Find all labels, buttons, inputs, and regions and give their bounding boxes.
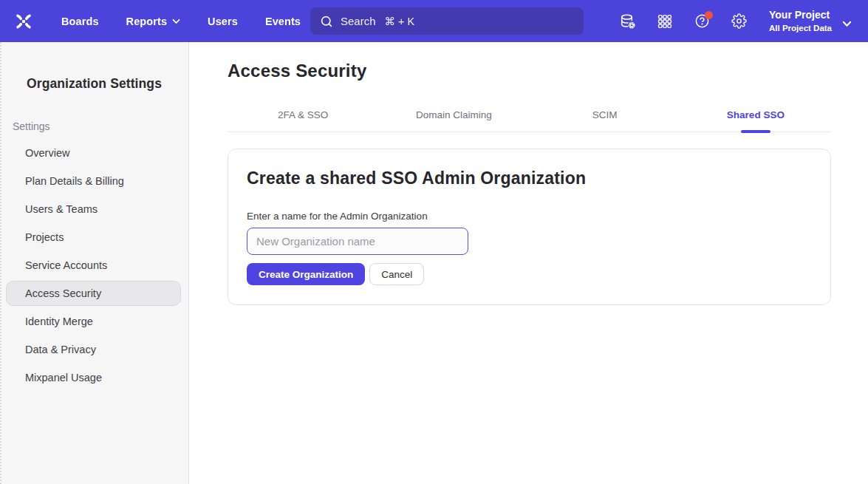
- project-selector[interactable]: Your Project All Project Data: [769, 9, 852, 33]
- search-placeholder: Search: [341, 15, 376, 27]
- card-title: Create a shared SSO Admin Organization: [247, 168, 812, 188]
- sidebar-title: Organization Settings: [0, 42, 188, 92]
- tab-scim[interactable]: SCIM: [530, 103, 680, 132]
- sidebar-item-users-teams[interactable]: Users & Teams: [0, 195, 188, 223]
- gear-icon[interactable]: [731, 13, 747, 30]
- sidebar-item-projects[interactable]: Projects: [0, 223, 188, 251]
- cancel-button[interactable]: Cancel: [369, 263, 424, 285]
- data-management-icon[interactable]: [620, 13, 636, 30]
- tab-domain-claiming[interactable]: Domain Claiming: [378, 103, 529, 132]
- apps-grid-icon[interactable]: [657, 13, 673, 30]
- search-icon: [320, 15, 333, 28]
- sidebar-item-identity-merge[interactable]: Identity Merge: [0, 307, 188, 335]
- chevron-down-icon: [172, 18, 180, 24]
- nav-item-boards[interactable]: Boards: [61, 16, 99, 27]
- settings-sidebar: Organization Settings Settings Overview …: [0, 42, 189, 484]
- project-name: Your Project: [769, 9, 832, 21]
- top-navbar: Boards Reports Users Events Search ⌘ + K: [0, 0, 868, 42]
- nav-item-users[interactable]: Users: [208, 16, 238, 27]
- search-input[interactable]: Search ⌘ + K: [310, 7, 584, 35]
- search-shortcut: ⌘ + K: [385, 16, 415, 27]
- main-content: Access Security 2FA & SSO Domain Claimin…: [190, 42, 868, 484]
- notification-dot: [705, 11, 713, 19]
- help-icon[interactable]: [694, 13, 710, 30]
- sidebar-item-mixpanel-usage[interactable]: Mixpanel Usage: [0, 364, 188, 392]
- sidebar-item-access-security[interactable]: Access Security: [0, 279, 188, 307]
- tab-shared-sso[interactable]: Shared SSO: [680, 103, 831, 132]
- nav-item-reports[interactable]: Reports: [126, 16, 181, 27]
- sidebar-item-plan-details-billing[interactable]: Plan Details & Billing: [0, 167, 188, 195]
- create-sso-org-card: Create a shared SSO Admin Organization E…: [228, 149, 831, 305]
- org-name-field-label: Enter a name for the Admin Organization: [247, 211, 812, 222]
- project-scope: All Project Data: [769, 23, 832, 33]
- page-title: Access Security: [228, 42, 868, 81]
- tab-2fa-sso[interactable]: 2FA & SSO: [228, 103, 378, 132]
- org-name-input[interactable]: [247, 228, 468, 255]
- sidebar-item-service-accounts[interactable]: Service Accounts: [0, 251, 188, 279]
- sidebar-section-label: Settings: [13, 120, 188, 132]
- nav-item-events[interactable]: Events: [265, 16, 301, 27]
- tab-bar: 2FA & SSO Domain Claiming SCIM Shared SS…: [228, 103, 831, 132]
- create-organization-button[interactable]: Create Organization: [247, 263, 365, 285]
- mixpanel-logo-icon[interactable]: [13, 11, 34, 32]
- chevron-down-icon: [842, 21, 852, 27]
- sidebar-list: Overview Plan Details & Billing Users & …: [0, 139, 188, 392]
- sidebar-item-data-privacy[interactable]: Data & Privacy: [0, 335, 188, 364]
- sidebar-item-overview[interactable]: Overview: [0, 139, 188, 167]
- card-actions: Create Organization Cancel: [247, 263, 812, 285]
